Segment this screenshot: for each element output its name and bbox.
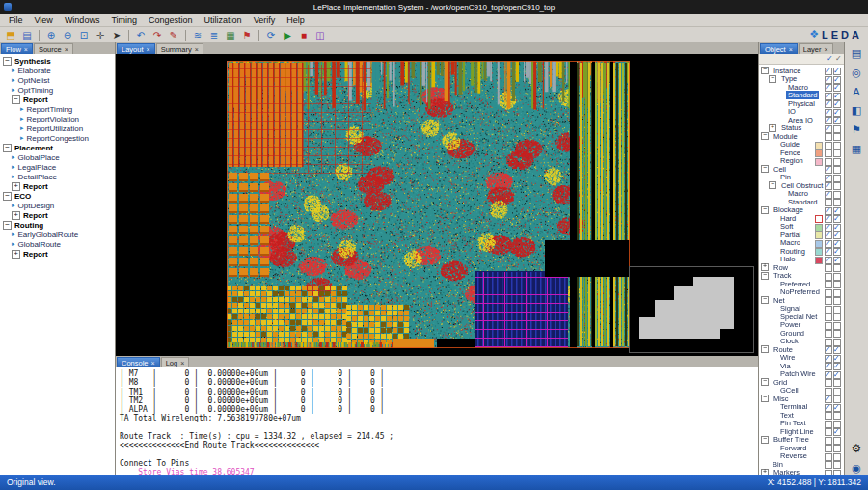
measure-icon[interactable]: ◫ [312, 28, 328, 42]
object-item-net[interactable]: −Net [759, 296, 844, 305]
object-item-macro[interactable]: Macro [759, 239, 844, 248]
object-item-misc[interactable]: −Misc [759, 395, 844, 403]
center-tab-summary[interactable]: Summary× [156, 43, 203, 54]
stop-icon[interactable]: ■ [296, 28, 312, 42]
pan-icon[interactable]: ✛ [93, 28, 108, 42]
object-item-halo[interactable]: Halo [759, 256, 844, 264]
tab-close-icon[interactable]: × [147, 46, 150, 53]
console-output[interactable]: | M7 | 0 | 0.00000e+00um | 0 | 0 | 0 || … [116, 368, 758, 475]
collapse-icon[interactable]: − [761, 345, 769, 353]
object-item-macro[interactable]: Macro [759, 190, 844, 199]
left-tab-source[interactable]: Source× [34, 43, 73, 54]
object-item-standard[interactable]: Standard [759, 92, 844, 100]
flow-item-report[interactable]: −Report [0, 95, 115, 104]
wire-tool-icon[interactable]: ≋ [190, 28, 205, 42]
object-item-io[interactable]: IO [759, 108, 844, 117]
object-item-hard[interactable]: Hard [759, 214, 844, 223]
expand-icon[interactable]: + [12, 182, 20, 191]
tab-close-icon[interactable]: × [195, 46, 199, 53]
collapse-icon[interactable]: − [3, 144, 12, 152]
object-item-type[interactable]: −Type [759, 75, 844, 84]
flow-item-opttiming[interactable]: ▸OptTiming [0, 85, 115, 95]
flow-item-reporttiming[interactable]: ▸ReportTiming [0, 104, 115, 114]
flow-item-detailplace[interactable]: ▸DetailPlace [0, 172, 115, 181]
zoom-in-icon[interactable]: ⊕ [43, 28, 59, 42]
object-item-cell-obstruct[interactable]: −Cell Obstruct [759, 181, 844, 190]
titlebar[interactable]: LePlace Implementation System - /work/op… [0, 0, 868, 14]
redo-icon[interactable]: ↷ [149, 28, 165, 42]
right-tab-layer[interactable]: Layer× [799, 43, 833, 54]
object-item-region[interactable]: Region [759, 157, 844, 166]
menu-verify[interactable]: Verify [248, 15, 282, 25]
zoom-out-icon[interactable]: ⊖ [60, 28, 75, 42]
menu-view[interactable]: View [29, 15, 59, 25]
collapse-icon[interactable]: − [761, 206, 769, 214]
object-item-pin-text[interactable]: Pin Text [759, 420, 844, 428]
console-tab-console[interactable]: Console× [117, 357, 160, 368]
collapse-icon[interactable]: − [761, 67, 769, 74]
pin-tool-icon[interactable]: ◉ [852, 462, 861, 475]
tab-close-icon[interactable]: × [789, 46, 793, 53]
console-tab-log[interactable]: Log× [161, 357, 190, 368]
object-item-forward[interactable]: Forward [759, 444, 844, 452]
flow-item-placement[interactable]: −Placement [0, 143, 115, 152]
menu-congestion[interactable]: Congestion [143, 15, 199, 25]
object-item-grid[interactable]: −Grid [759, 378, 844, 387]
grid-icon[interactable]: ▦ [223, 28, 238, 42]
object-item-reverse[interactable]: Reverse [759, 452, 844, 461]
object-browser-icon[interactable]: ▤ [852, 47, 861, 60]
tab-close-icon[interactable]: × [825, 46, 828, 53]
collapse-icon[interactable]: − [769, 75, 776, 83]
flow-item-reportcongestion[interactable]: ▸ReportCongestion [0, 133, 115, 143]
object-item-clock[interactable]: Clock [759, 338, 844, 346]
flow-item-elaborate[interactable]: ▸Elaborate [0, 66, 115, 75]
object-item-row[interactable]: +Row [759, 263, 844, 272]
object-item-status[interactable]: +Status [759, 124, 844, 133]
expand-icon[interactable]: + [12, 211, 20, 220]
tab-close-icon[interactable]: × [24, 46, 28, 53]
object-item-terminal[interactable]: Terminal [759, 403, 844, 412]
object-item-partial[interactable]: Partial [759, 231, 844, 239]
object-item-text[interactable]: Text [759, 411, 844, 420]
menu-file[interactable]: File [3, 15, 29, 25]
flow-item-synthesis[interactable]: −Synthesis [0, 56, 115, 66]
object-item-special-net[interactable]: Special Net [759, 313, 844, 321]
flow-item-legalplace[interactable]: ▸LegalPlace [0, 162, 115, 172]
object-item-route[interactable]: −Route [759, 345, 844, 354]
undo-icon[interactable]: ↶ [133, 28, 149, 42]
visibility-column-icon[interactable]: ✓ [827, 55, 833, 62]
zoom-fit-icon[interactable]: ⊡ [76, 28, 92, 42]
selectability-column-icon[interactable]: ✓ [835, 55, 842, 62]
left-tab-flow[interactable]: Flow× [1, 43, 33, 54]
tab-close-icon[interactable]: × [65, 46, 68, 53]
object-item-cell[interactable]: −Cell [759, 165, 844, 174]
tab-close-icon[interactable]: × [151, 360, 155, 367]
object-item-preferred[interactable]: Preferred [759, 280, 844, 288]
object-item-wire[interactable]: Wire [759, 354, 844, 363]
object-item-bin[interactable]: Bin [759, 460, 844, 469]
flow-item-report[interactable]: +Report [0, 249, 115, 259]
flow-item-reportviolation[interactable]: ▸ReportViolation [0, 114, 115, 123]
flow-item-globalplace[interactable]: ▸GlobalPlace [0, 152, 115, 162]
object-item-guide[interactable]: Guide [759, 141, 844, 150]
object-item-flight-line[interactable]: Flight Line [759, 427, 844, 436]
flow-item-optdesign[interactable]: ▸OptDesign [0, 201, 115, 210]
flow-item-report[interactable]: +Report [0, 181, 115, 191]
expand-icon[interactable]: + [769, 124, 776, 132]
object-item-signal[interactable]: Signal [759, 305, 844, 313]
object-item-macro[interactable]: Macro [759, 83, 844, 92]
object-item-standard[interactable]: Standard [759, 198, 844, 206]
layers-icon[interactable]: ≣ [206, 28, 222, 42]
object-item-nopreferred[interactable]: NoPreferred [759, 288, 844, 297]
menu-help[interactable]: Help [281, 15, 311, 25]
collapse-icon[interactable]: − [761, 165, 769, 173]
object-item-module[interactable]: −Module [759, 132, 844, 141]
collapse-icon[interactable]: − [761, 378, 769, 386]
collapse-icon[interactable]: − [12, 95, 20, 104]
object-item-buffer-tree[interactable]: −Buffer Tree [759, 436, 844, 445]
color-palette-icon[interactable]: ◧ [852, 104, 861, 117]
run-icon[interactable]: ▶ [280, 28, 295, 42]
menu-utilization[interactable]: Utilization [199, 15, 248, 25]
object-item-via[interactable]: Via [759, 362, 844, 370]
select-cursor-icon[interactable]: ➤ [109, 28, 124, 42]
